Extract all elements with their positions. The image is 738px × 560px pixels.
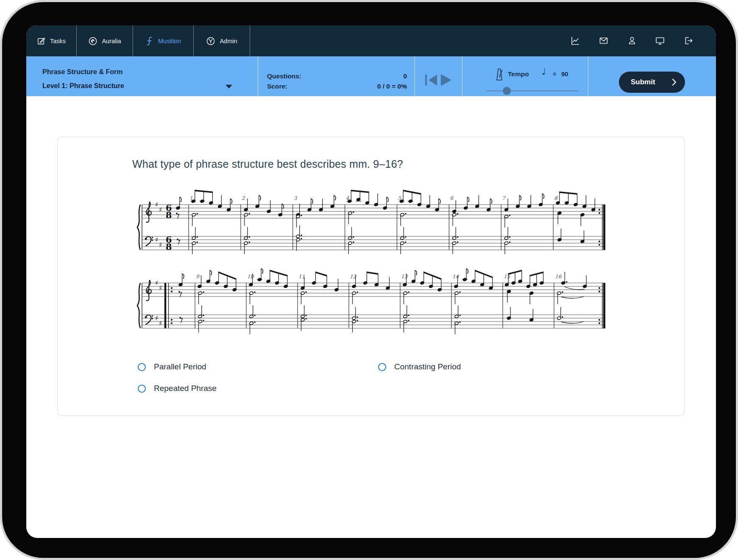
svg-text:♯: ♯ (159, 241, 162, 249)
svg-text:9: 9 (196, 274, 200, 280)
divider (415, 56, 415, 96)
svg-text:10: 10 (247, 274, 254, 280)
radio-icon[interactable] (138, 363, 146, 371)
svg-text:♯: ♯ (155, 201, 158, 208)
option-label: Repeated Phrase (154, 384, 217, 393)
tempo-equals: = (553, 71, 556, 78)
svg-text:16: 16 (555, 274, 562, 280)
questions-row: Questions: 0 (267, 72, 407, 80)
tab-label: Tasks (50, 38, 66, 44)
svg-text:14: 14 (452, 274, 459, 280)
metronome-icon (494, 67, 505, 82)
tempo-label: Tempo (508, 70, 529, 78)
option-repeated-phrase[interactable]: Repeated Phrase (138, 384, 217, 393)
svg-text:2: 2 (242, 195, 245, 201)
tempo-bpm-value: 90 (561, 70, 568, 78)
tab-label: Musition (158, 38, 181, 44)
display-icon[interactable] (655, 36, 665, 46)
divider (462, 56, 462, 96)
dropdown-caret-icon[interactable] (226, 85, 232, 89)
skip-to-start-button[interactable] (424, 74, 438, 86)
tempo-slider-handle[interactable] (503, 87, 511, 95)
option-contrasting-period[interactable]: Contrasting Period (378, 362, 461, 371)
auralia-icon (88, 36, 97, 46)
music-score: ♯♯♯♯686812345678♯♯♯♯910111213141516 (136, 188, 605, 337)
tab-tasks[interactable]: Tasks (26, 25, 77, 56)
submit-button[interactable]: Submit (619, 72, 685, 93)
radio-icon[interactable] (378, 363, 386, 371)
submit-label: Submit (631, 78, 655, 86)
tab-label: Auralia (102, 38, 121, 44)
svg-text:8: 8 (166, 241, 172, 252)
mail-icon[interactable] (599, 36, 609, 46)
questions-value: 0 (403, 72, 407, 80)
logout-icon[interactable] (683, 36, 693, 46)
option-parallel-period[interactable]: Parallel Period (138, 362, 206, 371)
svg-text:8: 8 (166, 210, 172, 220)
chevron-right-icon (672, 78, 677, 86)
quarter-note-icon: ♩ (542, 67, 546, 77)
svg-text:♯: ♯ (159, 284, 162, 292)
score-row: Score: 0 / 0 = 0% (267, 83, 407, 90)
svg-text:♯: ♯ (159, 319, 162, 327)
tempo-slider-track[interactable] (486, 90, 579, 91)
tab-musition[interactable]: Musition (133, 25, 194, 56)
svg-text:♯: ♯ (159, 206, 162, 213)
svg-text:15: 15 (504, 274, 511, 280)
user-account-icon[interactable] (627, 36, 637, 46)
svg-text:11: 11 (298, 274, 305, 280)
svg-text:♯: ♯ (155, 314, 158, 322)
course-level: Level 1: Phrase Structure (42, 82, 124, 90)
top-nav: Tasks Auralia Musition Admin (26, 25, 716, 56)
tab-label: Admin (220, 38, 237, 44)
svg-text:7: 7 (502, 195, 506, 201)
toolbar: Phrase Structure & Form Level 1: Phrase … (26, 56, 716, 96)
page: Tasks Auralia Musition Admin (0, 0, 738, 560)
radio-icon[interactable] (138, 385, 146, 393)
option-label: Parallel Period (154, 362, 206, 371)
tab-auralia[interactable]: Auralia (77, 25, 133, 56)
play-button[interactable] (440, 74, 452, 86)
divider (258, 56, 258, 96)
app-window: Tasks Auralia Musition Admin (26, 25, 716, 538)
tab-admin[interactable]: Admin (194, 25, 250, 56)
musition-icon (145, 36, 154, 46)
questions-label: Questions: (267, 72, 301, 80)
performance-chart-icon[interactable] (570, 36, 580, 46)
option-label: Contrasting Period (394, 362, 461, 371)
tasks-icon (37, 36, 46, 45)
svg-text:8: 8 (554, 195, 558, 201)
divider (588, 56, 588, 96)
question-text: What type of phrase structure best descr… (132, 158, 403, 170)
admin-icon (206, 36, 215, 46)
score-value: 0 / 0 = 0% (377, 83, 407, 90)
svg-text:3: 3 (294, 195, 298, 201)
course-topic: Phrase Structure & Form (42, 68, 123, 76)
svg-text:♯: ♯ (155, 279, 158, 287)
svg-text:6: 6 (450, 195, 454, 201)
svg-text:♯: ♯ (155, 236, 158, 244)
tablet-frame: Tasks Auralia Musition Admin (0, 0, 738, 560)
score-label: Score: (267, 83, 287, 90)
svg-text:13: 13 (401, 274, 408, 280)
